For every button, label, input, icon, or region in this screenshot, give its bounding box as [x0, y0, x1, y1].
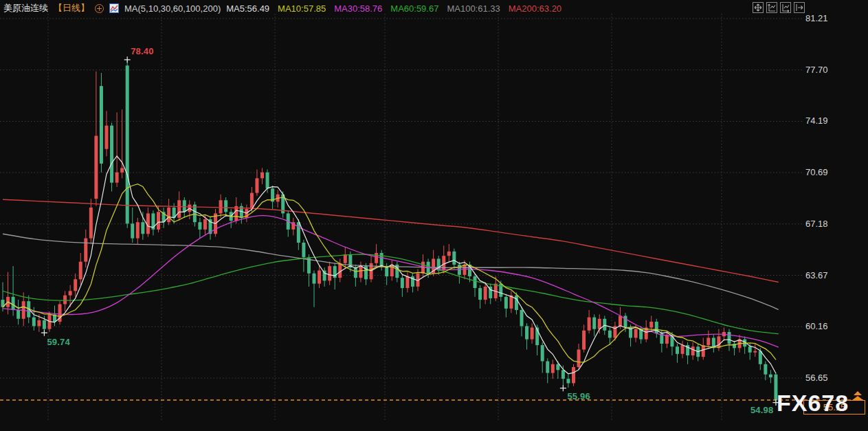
ma-line-ma10 — [3, 184, 776, 362]
chart-header: 美原油连续 【日线】 MA(5,10,30,60,100,200) MA5:56… — [3, 2, 561, 14]
candle-body — [12, 297, 15, 310]
candle-body — [110, 126, 113, 183]
y-axis-label: 77.70 — [805, 65, 828, 75]
price-annotation: 54.98 — [750, 405, 774, 415]
candlestick-chart[interactable] — [0, 0, 868, 431]
collapse-panel-icon[interactable] — [794, 2, 805, 13]
price-annotation: 55.96 — [567, 391, 590, 401]
candle-body — [452, 252, 456, 265]
candle-body — [328, 266, 331, 280]
chart-window: 美原油连续 【日线】 MA(5,10,30,60,100,200) MA5:56… — [0, 0, 868, 431]
ma-value-ma30: MA30:58.76 — [334, 3, 382, 14]
candle-body — [183, 200, 186, 212]
extreme-cross-marker — [41, 330, 47, 336]
extreme-cross-marker — [124, 56, 131, 63]
candle-body — [717, 336, 720, 348]
candle-body — [84, 239, 87, 262]
candle-body — [655, 322, 658, 333]
candle-body — [141, 222, 144, 234]
candle-body — [520, 310, 524, 326]
candle-body — [260, 173, 264, 179]
candle-body — [318, 270, 321, 283]
mini-chart-icon[interactable] — [109, 3, 119, 13]
candle-body — [665, 335, 669, 344]
candle-body — [624, 316, 627, 328]
candle-body — [484, 287, 487, 300]
candle-body — [474, 276, 477, 288]
candle-body — [16, 310, 20, 319]
chart-toolbar — [753, 2, 805, 13]
add-indicator-icon[interactable] — [95, 4, 104, 13]
candle-body — [764, 364, 767, 375]
candle-body — [401, 278, 404, 288]
y-axis-label: 81.21 — [805, 13, 828, 23]
arrow-top-triangle — [854, 391, 862, 395]
candle-body — [219, 200, 223, 213]
ma-line-ma30 — [3, 216, 779, 347]
candle-body — [572, 367, 575, 383]
candle-body — [702, 345, 705, 357]
candle-body — [203, 219, 207, 230]
candle-body — [728, 332, 731, 344]
candle-body — [525, 326, 528, 339]
candle-body — [603, 319, 606, 331]
candle-body — [157, 212, 160, 230]
candle-body — [676, 346, 679, 354]
y-axis-label: 74.19 — [805, 115, 828, 126]
candle-body — [266, 173, 269, 188]
ma-value-ma100: MA100:61.33 — [447, 3, 500, 14]
candle-body — [649, 322, 653, 328]
indicator-label[interactable]: MA(5,10,30,60,100,200) — [124, 3, 221, 14]
candle-body — [255, 178, 258, 192]
watermark: FX678 — [777, 391, 849, 415]
candle-body — [566, 379, 570, 383]
price-annotation: 78.40 — [131, 46, 154, 56]
candle-body — [126, 65, 129, 223]
scroll-to-latest-icon[interactable] — [852, 391, 863, 401]
candle-body — [89, 208, 93, 239]
candle-body — [577, 349, 581, 367]
period-label[interactable]: 【日线】 — [54, 2, 89, 14]
candle-body — [753, 351, 757, 353]
candle-body — [463, 265, 466, 275]
candle-body — [136, 222, 140, 238]
candle-body — [769, 375, 772, 377]
candle-body — [313, 274, 316, 284]
ma-value-ma10: MA10:57.85 — [278, 3, 326, 14]
ma-value-ma5: MA5:56.49 — [226, 3, 269, 14]
candle-body — [32, 318, 36, 327]
candle-body — [748, 346, 752, 353]
candle-body — [556, 364, 559, 371]
left-axis-scale-icon[interactable] — [766, 2, 777, 13]
arrow-bottom-triangle — [852, 396, 863, 400]
candle-body — [541, 345, 544, 361]
candle-body — [681, 345, 685, 354]
candle-body — [582, 331, 586, 350]
candle-body — [531, 328, 534, 340]
candle-body — [380, 253, 383, 266]
candle-body — [115, 173, 119, 183]
candle-body — [478, 288, 482, 300]
candle-body — [63, 296, 67, 305]
symbol-name: 美原油连续 — [3, 2, 48, 14]
candle-body — [69, 291, 72, 295]
candle-body — [691, 346, 695, 355]
candle-body — [79, 262, 82, 280]
candle-body — [297, 222, 300, 243]
candle-body — [37, 320, 41, 327]
candle-body — [43, 320, 46, 329]
candle-body — [592, 318, 596, 329]
candle-body — [546, 362, 549, 373]
candle-body — [588, 318, 591, 331]
y-axis-label: 56.65 — [805, 373, 828, 383]
move-tool-icon[interactable] — [753, 2, 764, 13]
right-axis-scale-icon[interactable] — [780, 2, 791, 13]
candle-body — [131, 223, 134, 238]
candle-body — [224, 200, 227, 212]
ma-value-ma60: MA60:59.67 — [390, 3, 438, 14]
candle-body — [375, 253, 378, 263]
candle-body — [177, 200, 181, 218]
y-axis-label: 70.69 — [805, 167, 828, 177]
candle-body — [359, 266, 362, 278]
y-axis-label: 60.16 — [805, 321, 828, 331]
